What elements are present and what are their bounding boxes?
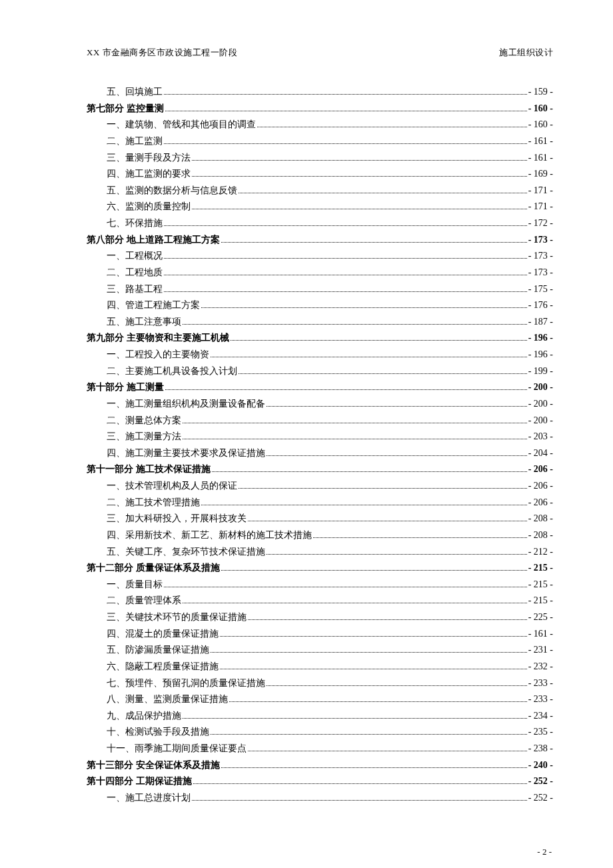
- toc-entry-label: 三、施工测量方法: [107, 429, 181, 445]
- toc-entry-page: - 200 -: [528, 413, 553, 429]
- toc-leader-dots: [267, 401, 527, 407]
- toc-entry-page: - 206 -: [528, 461, 553, 478]
- toc-entry: 四、采用新技术、新工艺、新材料的施工技术措施- 208 -: [107, 527, 553, 544]
- toc-entry-label: 十、检测试验手段及措施: [107, 724, 209, 741]
- toc-entry: 五、关键工序、复杂环节技术保证措施- 212 -: [107, 544, 553, 561]
- toc-entry-label: 四、管道工程施工方案: [107, 297, 200, 314]
- toc-entry-label: 二、施工监测: [107, 133, 163, 150]
- toc-entry: 第十四部分 工期保证措施- 252 -: [87, 773, 553, 790]
- toc-leader-dots: [193, 779, 527, 785]
- toc-entry-page: - 200 -: [528, 396, 553, 413]
- toc-entry-page: - 212 -: [528, 544, 553, 561]
- toc-entry-label: 三、量测手段及方法: [107, 150, 191, 167]
- toc-entry-page: - 161 -: [528, 133, 553, 150]
- toc-entry: 四、混凝土的质量保证措施- 161 -: [107, 626, 553, 643]
- toc-entry-page: - 208 -: [528, 511, 553, 527]
- document-page: XX 市金融商务区市政设施工程一阶段 施工组织设计 五、回填施工- 159 -第…: [0, 0, 613, 868]
- toc-leader-dots: [211, 647, 527, 653]
- page-footer: - 2 -: [87, 847, 553, 857]
- toc-entry-label: 五、监测的数据分析与信息反馈: [107, 183, 237, 199]
- toc-entry-label: 五、关键工序、复杂环节技术保证措施: [107, 544, 265, 561]
- toc-leader-dots: [231, 335, 527, 341]
- toc-entry-page: - 225 -: [528, 609, 553, 626]
- toc-entry: 第七部分 监控量测- 160 -: [87, 101, 553, 117]
- toc-leader-dots: [183, 713, 527, 719]
- toc-entry-label: 三、关键技术环节的质量保证措施: [107, 609, 247, 626]
- toc-entry-page: - 233 -: [528, 691, 553, 708]
- header-right: 施工组织设计: [499, 47, 553, 59]
- toc-entry-page: - 173 -: [528, 232, 553, 249]
- toc-leader-dots: [165, 105, 527, 111]
- toc-entry: 七、预埋件、预留孔洞的质量保证措施- 233 -: [107, 675, 553, 692]
- toc-entry-label: 第九部分 主要物资和主要施工机械: [87, 330, 229, 347]
- toc-entry-page: - 161 -: [528, 626, 553, 643]
- toc-entry: 五、防渗漏质量保证措施- 231 -: [107, 642, 553, 659]
- toc-entry-page: - 235 -: [528, 724, 553, 741]
- toc-entry: 二、施工技术管理措施- 206 -: [107, 495, 553, 511]
- toc-entry-label: 第十部分 施工测量: [87, 379, 164, 396]
- toc-leader-dots: [220, 663, 527, 669]
- toc-leader-dots: [201, 499, 527, 505]
- toc-entry-label: 四、施工测量主要技术要求及保证措施: [107, 445, 265, 462]
- toc-entry: 二、质量管理体系- 215 -: [107, 593, 553, 609]
- toc-entry-label: 四、施工监测的要求: [107, 166, 191, 183]
- toc-leader-dots: [248, 614, 527, 620]
- toc-leader-dots: [183, 598, 527, 604]
- toc-entry-page: - 238 -: [528, 741, 553, 757]
- toc-entry: 五、回填施工- 159 -: [107, 84, 553, 101]
- toc-leader-dots: [164, 269, 527, 275]
- toc-entry-label: 五、回填施工: [107, 84, 163, 101]
- toc-entry: 第十一部分 施工技术保证措施- 206 -: [87, 461, 553, 478]
- toc-leader-dots: [267, 680, 527, 686]
- toc-entry: 四、施工监测的要求- 169 -: [107, 166, 553, 183]
- toc-leader-dots: [220, 631, 527, 637]
- toc-entry-page: - 159 -: [528, 84, 553, 101]
- page-header: XX 市金融商务区市政设施工程一阶段 施工组织设计: [87, 47, 553, 59]
- toc-entry: 一、质量目标- 215 -: [107, 577, 553, 593]
- toc-entry-label: 一、质量目标: [107, 577, 163, 593]
- toc-entry-label: 第十二部分 质量保证体系及措施: [87, 560, 220, 577]
- toc-entry: 二、测量总体方案- 200 -: [107, 413, 553, 429]
- toc-leader-dots: [239, 483, 527, 489]
- toc-leader-dots: [201, 302, 527, 308]
- toc-entry-label: 五、施工注意事项: [107, 314, 181, 331]
- toc-leader-dots: [192, 204, 527, 210]
- toc-entry: 第九部分 主要物资和主要施工机械- 196 -: [87, 330, 553, 347]
- toc-entry-label: 二、主要施工机具设备投入计划: [107, 363, 237, 380]
- toc-entry-label: 一、建筑物、管线和其他项目的调查: [107, 117, 256, 133]
- toc-entry-page: - 206 -: [528, 495, 553, 511]
- toc-entry: 第十二部分 质量保证体系及措施- 215 -: [87, 560, 553, 577]
- toc-entry-label: 六、监测的质量控制: [107, 199, 191, 215]
- toc-leader-dots: [267, 450, 527, 456]
- toc-entry-page: - 232 -: [528, 659, 553, 675]
- toc-entry-page: - 176 -: [528, 297, 553, 314]
- toc-entry-page: - 233 -: [528, 675, 553, 692]
- toc-entry-page: - 187 -: [528, 314, 553, 331]
- toc-leader-dots: [183, 417, 527, 423]
- toc-entry-page: - 206 -: [528, 478, 553, 495]
- toc-entry-label: 八、测量、监测质量保证措施: [107, 691, 228, 708]
- toc-entry: 六、隐蔽工程质量保证措施- 232 -: [107, 659, 553, 675]
- toc-leader-dots: [229, 696, 527, 702]
- toc-entry-page: - 252 -: [528, 790, 553, 807]
- toc-leader-dots: [248, 516, 527, 522]
- toc-entry-page: - 203 -: [528, 429, 553, 445]
- toc-entry-page: - 215 -: [528, 593, 553, 609]
- toc-entry-page: - 204 -: [528, 445, 553, 462]
- toc-entry: 三、路基工程- 175 -: [107, 281, 553, 298]
- toc-entry: 十一、雨季施工期间质量保证要点- 238 -: [107, 741, 553, 757]
- toc-entry-page: - 208 -: [528, 527, 553, 544]
- toc-entry: 十、检测试验手段及措施- 235 -: [107, 724, 553, 741]
- toc-entry-label: 二、测量总体方案: [107, 413, 181, 429]
- toc-entry-label: 五、防渗漏质量保证措施: [107, 642, 209, 659]
- toc-leader-dots: [164, 581, 527, 587]
- toc-entry-page: - 172 -: [528, 215, 553, 232]
- toc-entry-label: 第十三部分 安全保证体系及措施: [87, 757, 220, 774]
- toc-entry-page: - 234 -: [528, 708, 553, 725]
- toc-leader-dots: [164, 220, 527, 226]
- toc-entry-page: - 173 -: [528, 265, 553, 281]
- toc-entry-page: - 252 -: [528, 773, 553, 790]
- toc-entry: 一、施工总进度计划- 252 -: [107, 790, 553, 807]
- toc-entry: 二、工程地质- 173 -: [107, 265, 553, 281]
- toc-leader-dots: [211, 729, 527, 735]
